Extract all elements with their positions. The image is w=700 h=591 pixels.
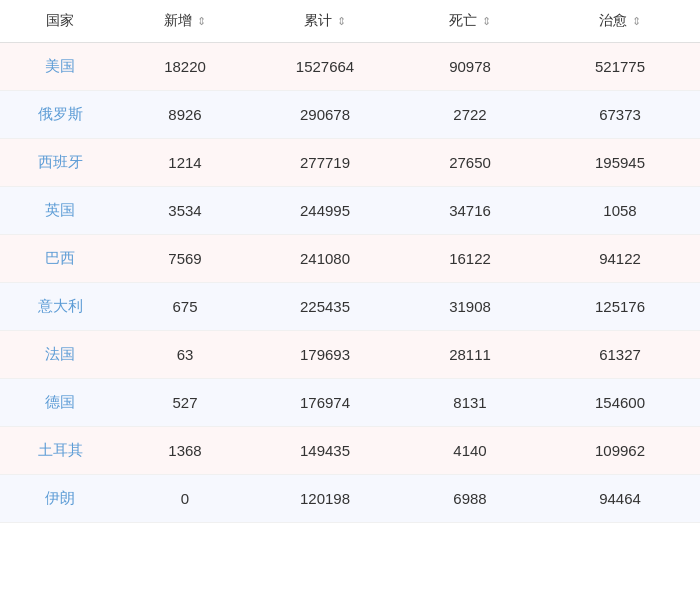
cell-country[interactable]: 意大利	[0, 283, 120, 331]
table-row: 西班牙121427771927650195945	[0, 139, 700, 187]
cell-new-cases: 8926	[120, 91, 250, 139]
cell-total: 179693	[250, 331, 400, 379]
cell-deaths: 2722	[400, 91, 540, 139]
header-country: 国家	[0, 0, 120, 43]
cell-new-cases: 675	[120, 283, 250, 331]
header-deaths[interactable]: 死亡 ⇕	[400, 0, 540, 43]
cell-country[interactable]: 美国	[0, 43, 120, 91]
cell-country[interactable]: 俄罗斯	[0, 91, 120, 139]
cell-deaths: 90978	[400, 43, 540, 91]
table-row: 德国5271769748131154600	[0, 379, 700, 427]
cell-new-cases: 7569	[120, 235, 250, 283]
covid-stats-table: 国家 新增 ⇕ 累计 ⇕ 死亡 ⇕ 治愈 ⇕ 美国182201527664909…	[0, 0, 700, 523]
cell-country[interactable]: 土耳其	[0, 427, 120, 475]
cell-total: 225435	[250, 283, 400, 331]
cell-total: 149435	[250, 427, 400, 475]
cell-new-cases: 0	[120, 475, 250, 523]
cell-recovered: 109962	[540, 427, 700, 475]
table-header-row: 国家 新增 ⇕ 累计 ⇕ 死亡 ⇕ 治愈 ⇕	[0, 0, 700, 43]
cell-country[interactable]: 法国	[0, 331, 120, 379]
table-row: 土耳其13681494354140109962	[0, 427, 700, 475]
cell-country[interactable]: 英国	[0, 187, 120, 235]
cell-deaths: 8131	[400, 379, 540, 427]
table-row: 意大利67522543531908125176	[0, 283, 700, 331]
sort-icon-recovered: ⇕	[632, 15, 641, 28]
sort-icon-total: ⇕	[337, 15, 346, 28]
cell-total: 120198	[250, 475, 400, 523]
table-row: 美国18220152766490978521775	[0, 43, 700, 91]
header-new-cases[interactable]: 新增 ⇕	[120, 0, 250, 43]
cell-new-cases: 1214	[120, 139, 250, 187]
cell-new-cases: 1368	[120, 427, 250, 475]
cell-deaths: 34716	[400, 187, 540, 235]
cell-recovered: 61327	[540, 331, 700, 379]
header-recovered[interactable]: 治愈 ⇕	[540, 0, 700, 43]
cell-total: 277719	[250, 139, 400, 187]
sort-icon-deaths: ⇕	[482, 15, 491, 28]
cell-recovered: 1058	[540, 187, 700, 235]
cell-deaths: 16122	[400, 235, 540, 283]
cell-recovered: 154600	[540, 379, 700, 427]
table-row: 俄罗斯8926290678272267373	[0, 91, 700, 139]
cell-new-cases: 527	[120, 379, 250, 427]
cell-recovered: 195945	[540, 139, 700, 187]
cell-total: 241080	[250, 235, 400, 283]
cell-total: 176974	[250, 379, 400, 427]
table-row: 法国631796932811161327	[0, 331, 700, 379]
cell-deaths: 27650	[400, 139, 540, 187]
cell-new-cases: 63	[120, 331, 250, 379]
cell-total: 290678	[250, 91, 400, 139]
table-row: 伊朗0120198698894464	[0, 475, 700, 523]
cell-country[interactable]: 伊朗	[0, 475, 120, 523]
cell-country[interactable]: 西班牙	[0, 139, 120, 187]
cell-total: 1527664	[250, 43, 400, 91]
cell-country[interactable]: 巴西	[0, 235, 120, 283]
cell-total: 244995	[250, 187, 400, 235]
cell-deaths: 4140	[400, 427, 540, 475]
cell-deaths: 31908	[400, 283, 540, 331]
cell-country[interactable]: 德国	[0, 379, 120, 427]
cell-recovered: 125176	[540, 283, 700, 331]
table-row: 英国3534244995347161058	[0, 187, 700, 235]
cell-deaths: 28111	[400, 331, 540, 379]
cell-new-cases: 3534	[120, 187, 250, 235]
sort-icon-new: ⇕	[197, 15, 206, 28]
cell-deaths: 6988	[400, 475, 540, 523]
cell-recovered: 521775	[540, 43, 700, 91]
table-row: 巴西75692410801612294122	[0, 235, 700, 283]
header-total[interactable]: 累计 ⇕	[250, 0, 400, 43]
cell-new-cases: 18220	[120, 43, 250, 91]
cell-recovered: 67373	[540, 91, 700, 139]
cell-recovered: 94122	[540, 235, 700, 283]
cell-recovered: 94464	[540, 475, 700, 523]
